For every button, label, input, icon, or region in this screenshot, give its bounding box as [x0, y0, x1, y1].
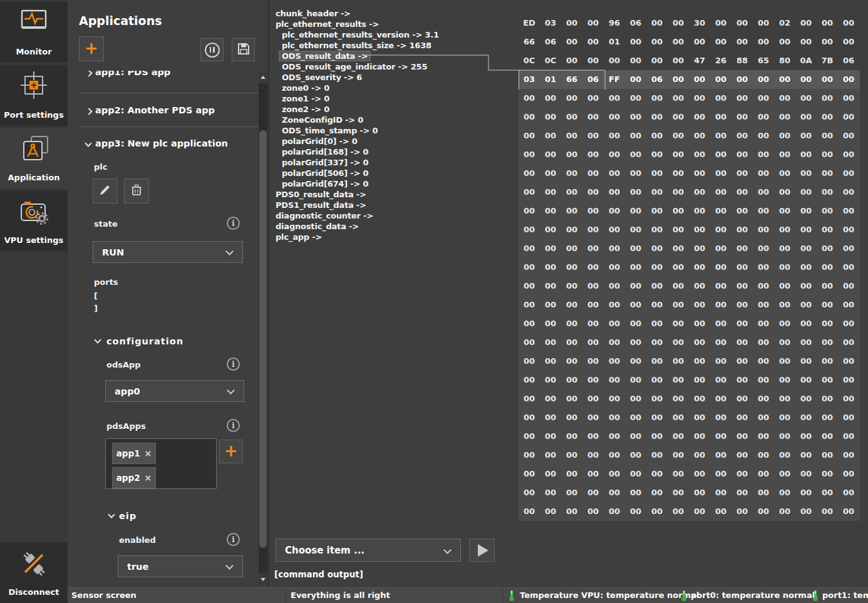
edit-plc-button[interactable]	[93, 178, 118, 204]
command-dropdown[interactable]: Choose item ...	[276, 539, 461, 562]
tree-item[interactable]: ODS_result_age_indicator -> 255	[279, 62, 430, 71]
enabled-label: enabled	[119, 535, 156, 545]
hex-byte: 88	[731, 51, 753, 70]
tree-item[interactable]: polarGrid[168] -> 0	[279, 147, 371, 157]
hex-byte: 00	[774, 333, 795, 352]
app-row-app2[interactable]: app2: Another PDS app	[68, 105, 259, 119]
run-command-button[interactable]	[469, 539, 495, 562]
hex-byte: 00	[604, 465, 625, 483]
odsapp-dropdown[interactable]: app0	[105, 380, 244, 402]
tree-item[interactable]: plc_ethernet_results ->	[273, 19, 381, 29]
sidebar-item-monitor[interactable]: Monitor	[0, 2, 68, 63]
tree-item[interactable]: ODS_result_data ->	[279, 51, 370, 61]
delete-plc-button[interactable]	[124, 178, 149, 204]
hex-byte: 00	[668, 51, 689, 70]
hex-byte: 00	[646, 126, 668, 145]
hex-byte: 00	[838, 126, 859, 145]
hex-byte: 00	[540, 277, 561, 296]
hex-byte: 00	[689, 427, 710, 446]
tree-item[interactable]: zone0 -> 0	[279, 83, 332, 93]
pencil-icon	[98, 183, 112, 199]
sidebar-item-vpu-settings[interactable]: VPU settings	[0, 191, 68, 251]
hex-byte: 00	[689, 446, 710, 465]
tree-item[interactable]: polarGrid[674] -> 0	[279, 179, 371, 188]
tree-item[interactable]: polarGrid[337] -> 0	[279, 158, 371, 167]
hex-byte: 00	[753, 14, 774, 33]
hex-row: 00000000000000000000000000000000	[519, 108, 860, 126]
hex-byte: 00	[625, 33, 646, 51]
scroll-down-button[interactable]	[259, 573, 267, 585]
hex-byte: 00	[774, 145, 795, 164]
hex-byte: 00	[795, 408, 817, 427]
add-application-button[interactable]: +	[79, 36, 104, 61]
hex-byte: 00	[710, 446, 731, 465]
tree-item[interactable]: ODS_time_stamp -> 0	[279, 126, 380, 135]
hex-byte: 00	[689, 33, 710, 51]
chip-app2[interactable]: app2 ×	[112, 467, 156, 488]
hex-byte: 00	[646, 296, 668, 314]
hex-byte: 00	[668, 70, 689, 89]
hex-byte: 00	[774, 314, 795, 333]
tree-row: plc_ethernet_results ->	[269, 18, 520, 29]
tree-item[interactable]: zone1 -> 0	[279, 94, 332, 103]
tree-item[interactable]: ODS_severity -> 6	[279, 73, 364, 82]
hex-byte: 00	[774, 277, 795, 296]
chevron-down-icon[interactable]	[108, 511, 115, 518]
tree-item[interactable]: polarGrid[0] -> 0	[279, 137, 360, 146]
hex-byte: 00	[817, 333, 838, 352]
tree-item[interactable]: plc_app ->	[273, 232, 324, 242]
hex-row: 00000000000000000000000000000000	[519, 333, 860, 352]
hex-byte: 00	[646, 371, 668, 389]
plus-icon: +	[224, 443, 238, 459]
chip-app1[interactable]: app1 ×	[112, 443, 156, 464]
tree-item[interactable]: zone2 -> 0	[279, 105, 332, 114]
app-row-app3[interactable]: app3: New plc application	[68, 138, 259, 152]
hex-byte: 00	[646, 427, 668, 446]
hex-byte: 00	[817, 352, 838, 371]
tree-item[interactable]: diagnostic_counter ->	[273, 211, 376, 220]
scrollbar-thumb[interactable]	[259, 130, 267, 548]
tree-item[interactable]: polarGrid[506] -> 0	[279, 168, 371, 178]
app-row-app1[interactable]: app1: PDS app	[68, 71, 259, 81]
chip-label: app1	[116, 448, 140, 458]
info-icon[interactable]: i	[227, 419, 240, 432]
tree-item[interactable]: plc_ethernet_results_size -> 1638	[279, 41, 434, 50]
add-pdsapp-button[interactable]: +	[219, 440, 243, 463]
state-label: state	[94, 219, 118, 229]
hex-byte: 00	[561, 277, 582, 296]
tree-item[interactable]: plc_ethernet_results_version -> 3.1	[279, 30, 442, 39]
scroll-up-button[interactable]	[259, 71, 267, 83]
disconnect-button[interactable]: Disconnect	[0, 542, 68, 603]
hex-byte: 00	[838, 352, 859, 371]
hex-byte: 00	[689, 502, 710, 521]
eip-header[interactable]: eip	[119, 511, 137, 521]
hex-byte: 00	[582, 446, 604, 465]
info-icon[interactable]: i	[227, 358, 240, 371]
chevron-down-icon[interactable]	[94, 336, 101, 343]
hex-byte: 00	[668, 314, 689, 333]
tree-row: ODS_severity -> 6	[269, 71, 520, 82]
pause-button[interactable]	[200, 38, 224, 61]
tree-item[interactable]: PDS0_result_data ->	[273, 190, 369, 199]
tree-item[interactable]: ZoneConfigID -> 0	[279, 115, 366, 125]
info-icon[interactable]: i	[227, 533, 240, 546]
save-button[interactable]	[232, 38, 255, 61]
sidebar-item-application[interactable]: Application	[0, 128, 68, 188]
tree-item[interactable]: diagnostic_data ->	[273, 222, 361, 231]
hex-byte: 00	[604, 202, 625, 220]
state-dropdown[interactable]: RUN	[93, 241, 243, 263]
enabled-dropdown[interactable]: true	[118, 555, 243, 577]
thermometer-icon	[681, 590, 687, 603]
hex-byte: 00	[646, 408, 668, 427]
info-icon[interactable]: i	[227, 217, 240, 230]
app-label: app1: PDS app	[95, 71, 170, 77]
configuration-header[interactable]: configuration	[106, 336, 183, 346]
hex-byte: 00	[753, 183, 774, 202]
hex-row: 00000000000000000000000000000000	[519, 183, 860, 202]
remove-chip-icon[interactable]: ×	[145, 448, 152, 458]
sidebar-item-port-settings[interactable]: Port settings	[0, 65, 68, 126]
hex-byte: 00	[731, 352, 753, 371]
tree-item[interactable]: chunk_header ->	[273, 9, 353, 18]
tree-item[interactable]: PDS1_result_data ->	[273, 200, 369, 210]
remove-chip-icon[interactable]: ×	[145, 473, 152, 483]
